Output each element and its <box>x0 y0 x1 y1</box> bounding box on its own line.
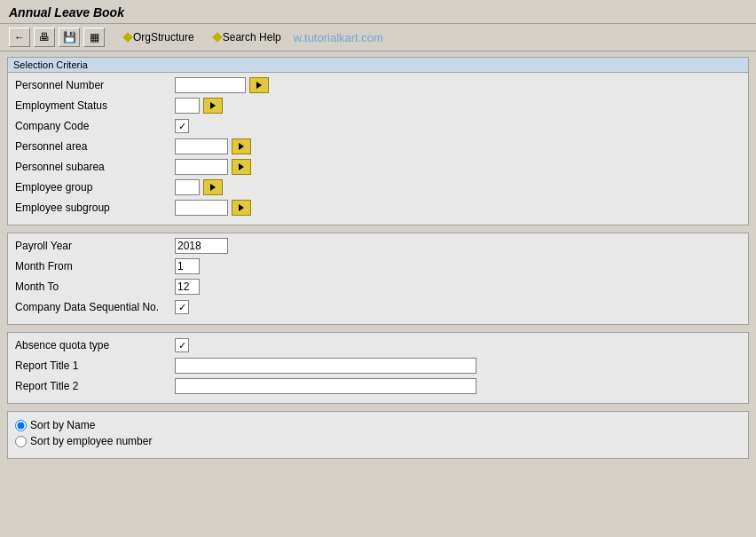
selection-criteria-content: Personnel Number Employment Status Compa… <box>8 73 748 225</box>
sort-content: Sort by Name Sort by employee number <box>8 412 748 458</box>
personnel-subarea-input[interactable] <box>175 159 228 175</box>
selection-criteria-title: Selection Criteria <box>8 58 748 73</box>
personnel-number-input[interactable] <box>175 77 246 93</box>
page-title: Annual Leave Book <box>9 5 747 20</box>
org-structure-link[interactable]: OrgStructure <box>124 31 194 43</box>
main-content: Selection Criteria Personnel Number Empl… <box>0 51 756 471</box>
sort-by-name-radio[interactable] <box>15 420 27 431</box>
sort-by-employee-radio[interactable] <box>15 436 27 447</box>
absence-section: Absence quota type Report Title 1 Report… <box>7 332 749 404</box>
sort-section: Sort by Name Sort by employee number <box>7 411 749 459</box>
title-bar: Annual Leave Book <box>0 0 756 24</box>
personnel-subarea-label: Personnel subarea <box>15 161 175 173</box>
absence-quota-label: Absence quota type <box>15 339 175 351</box>
personnel-number-row: Personnel Number <box>15 76 741 94</box>
report-title2-label: Report Title 2 <box>15 380 175 392</box>
employee-group-nav[interactable] <box>203 179 223 195</box>
sort-by-name-row: Sort by Name <box>15 419 741 431</box>
personnel-area-label: Personnel area <box>15 140 175 153</box>
personnel-number-nav[interactable] <box>249 77 269 93</box>
payroll-section: Payroll Year Month From Month To Company… <box>7 233 749 325</box>
watermark: w.tutorialkart.com <box>294 31 383 44</box>
month-to-row: Month To <box>15 278 741 296</box>
save-btn[interactable]: 💾 <box>59 28 80 47</box>
report-title1-input[interactable] <box>175 358 476 374</box>
employee-subgroup-nav[interactable] <box>232 200 251 216</box>
month-to-label: Month To <box>15 280 175 293</box>
company-code-row: Company Code <box>15 117 741 135</box>
toolbar: ← 🖶 💾 ▦ OrgStructure Search Help w.tutor… <box>0 24 756 51</box>
print-btn[interactable]: 🖶 <box>34 28 55 47</box>
sort-by-name-label: Sort by Name <box>30 419 95 431</box>
selection-criteria-section: Selection Criteria Personnel Number Empl… <box>7 57 749 225</box>
report-title2-input[interactable] <box>175 378 476 394</box>
svg-marker-4 <box>210 184 216 191</box>
multi-btn[interactable]: ▦ <box>83 28 105 47</box>
report-title1-label: Report Title 1 <box>15 359 175 372</box>
month-to-input[interactable] <box>175 279 200 295</box>
absence-quota-row: Absence quota type <box>15 336 741 354</box>
svg-marker-1 <box>210 102 216 109</box>
payroll-content: Payroll Year Month From Month To Company… <box>8 233 748 324</box>
company-code-label: Company Code <box>15 120 175 132</box>
svg-marker-0 <box>256 82 262 89</box>
sort-by-employee-label: Sort by employee number <box>30 435 152 447</box>
employee-group-input[interactable] <box>175 179 200 195</box>
report-title2-row: Report Title 2 <box>15 377 741 395</box>
employee-subgroup-label: Employee subgroup <box>15 201 175 214</box>
absence-quota-checkbox[interactable] <box>175 338 189 352</box>
payroll-year-input[interactable] <box>175 238 228 254</box>
absence-content: Absence quota type Report Title 1 Report… <box>8 333 748 403</box>
back-btn[interactable]: ← <box>9 28 30 47</box>
personnel-subarea-row: Personnel subarea <box>15 158 741 176</box>
search-help-link[interactable]: Search Help <box>214 31 281 43</box>
employment-status-label: Employment Status <box>15 99 175 112</box>
svg-marker-3 <box>239 163 244 170</box>
company-data-seq-label: Company Data Sequential No. <box>15 301 175 313</box>
company-code-checkbox[interactable] <box>175 119 189 133</box>
personnel-area-input[interactable] <box>175 138 228 154</box>
search-help-icon <box>212 32 222 42</box>
month-from-row: Month From <box>15 257 741 275</box>
report-title1-row: Report Title 1 <box>15 357 741 375</box>
month-from-label: Month From <box>15 260 175 272</box>
company-data-seq-checkbox[interactable] <box>175 300 189 314</box>
month-from-input[interactable] <box>175 258 200 274</box>
employment-status-row: Employment Status <box>15 97 741 115</box>
company-data-seq-row: Company Data Sequential No. <box>15 298 741 316</box>
employee-subgroup-input[interactable] <box>175 200 228 216</box>
org-structure-icon <box>122 32 132 42</box>
personnel-number-label: Personnel Number <box>15 79 175 91</box>
svg-marker-2 <box>239 143 244 150</box>
employee-group-label: Employee group <box>15 181 175 193</box>
employment-status-nav[interactable] <box>203 98 223 114</box>
org-structure-label: OrgStructure <box>133 31 194 43</box>
personnel-area-row: Personnel area <box>15 138 741 155</box>
employment-status-input[interactable] <box>175 98 200 114</box>
personnel-area-nav[interactable] <box>232 138 251 154</box>
employee-group-row: Employee group <box>15 178 741 196</box>
search-help-label: Search Help <box>223 31 281 43</box>
employee-subgroup-row: Employee subgroup <box>15 199 741 217</box>
personnel-subarea-nav[interactable] <box>232 159 251 175</box>
sort-by-employee-row: Sort by employee number <box>15 435 741 447</box>
payroll-year-row: Payroll Year <box>15 237 741 255</box>
svg-marker-5 <box>239 204 244 211</box>
payroll-year-label: Payroll Year <box>15 240 175 252</box>
